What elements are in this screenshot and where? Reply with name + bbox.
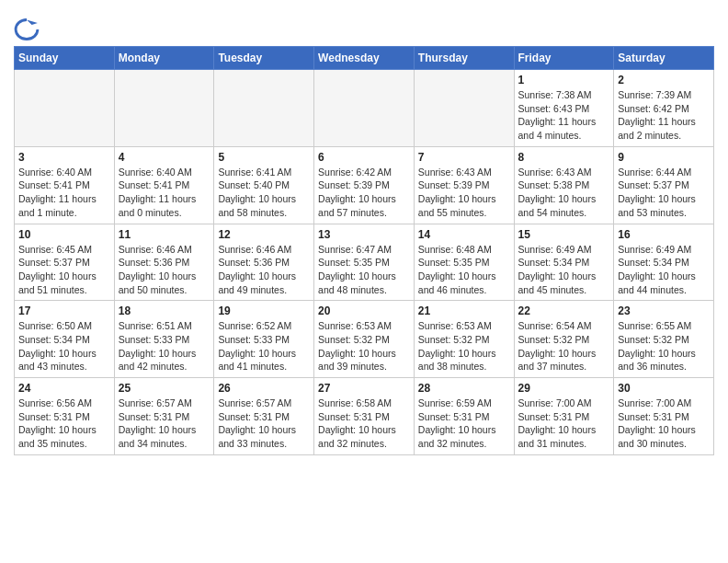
day-info: Sunrise: 6:59 AM Sunset: 5:31 PM Dayligh…	[418, 396, 510, 451]
logo-icon	[14, 17, 40, 42]
day-info: Sunrise: 6:53 AM Sunset: 5:32 PM Dayligh…	[418, 319, 510, 373]
day-info: Sunrise: 6:45 AM Sunset: 5:37 PM Dayligh…	[18, 243, 110, 297]
day-cell: 17Sunrise: 6:50 AM Sunset: 5:34 PM Dayli…	[15, 301, 115, 378]
day-number: 1	[518, 74, 610, 86]
day-cell: 18Sunrise: 6:51 AM Sunset: 5:33 PM Dayli…	[114, 301, 214, 378]
day-number: 24	[18, 382, 110, 395]
day-info: Sunrise: 7:39 AM Sunset: 6:42 PM Dayligh…	[618, 88, 710, 143]
day-number: 6	[318, 151, 410, 164]
day-cell: 20Sunrise: 6:53 AM Sunset: 5:32 PM Dayli…	[314, 301, 415, 378]
day-number: 14	[418, 228, 510, 241]
day-number: 10	[18, 228, 110, 241]
day-cell: 6Sunrise: 6:42 AM Sunset: 5:39 PM Daylig…	[314, 146, 415, 224]
day-cell: 7Sunrise: 6:43 AM Sunset: 5:39 PM Daylig…	[414, 146, 514, 224]
day-header-friday: Friday	[514, 47, 614, 70]
day-info: Sunrise: 6:42 AM Sunset: 5:39 PM Dayligh…	[318, 166, 410, 220]
day-cell: 5Sunrise: 6:41 AM Sunset: 5:40 PM Daylig…	[214, 146, 314, 224]
day-info: Sunrise: 6:41 AM Sunset: 5:40 PM Dayligh…	[218, 166, 310, 220]
day-info: Sunrise: 6:44 AM Sunset: 5:37 PM Dayligh…	[618, 166, 710, 220]
day-cell: 3Sunrise: 6:40 AM Sunset: 5:41 PM Daylig…	[15, 146, 115, 224]
day-number: 17	[18, 304, 110, 317]
day-number: 21	[418, 304, 510, 317]
day-info: Sunrise: 7:38 AM Sunset: 6:43 PM Dayligh…	[518, 88, 610, 143]
day-cell	[114, 70, 214, 147]
day-number: 29	[518, 382, 610, 395]
day-info: Sunrise: 6:57 AM Sunset: 5:31 PM Dayligh…	[119, 396, 210, 451]
day-number: 9	[618, 151, 710, 164]
day-number: 8	[518, 151, 610, 164]
day-number: 26	[218, 382, 310, 395]
logo-area	[14, 9, 42, 42]
day-number: 18	[119, 304, 210, 317]
day-cell: 27Sunrise: 6:58 AM Sunset: 5:31 PM Dayli…	[314, 378, 415, 455]
day-number: 5	[218, 151, 310, 164]
day-info: Sunrise: 6:53 AM Sunset: 5:32 PM Dayligh…	[318, 319, 410, 373]
day-number: 30	[618, 382, 710, 395]
day-cell: 23Sunrise: 6:55 AM Sunset: 5:32 PM Dayli…	[614, 301, 714, 378]
week-row-3: 10Sunrise: 6:45 AM Sunset: 5:37 PM Dayli…	[15, 224, 714, 301]
day-info: Sunrise: 6:46 AM Sunset: 5:36 PM Dayligh…	[218, 243, 310, 297]
header	[14, 9, 714, 42]
day-header-tuesday: Tuesday	[214, 47, 314, 70]
day-info: Sunrise: 6:43 AM Sunset: 5:38 PM Dayligh…	[518, 166, 610, 220]
day-number: 22	[518, 304, 610, 317]
day-number: 13	[318, 228, 410, 241]
day-number: 7	[418, 151, 510, 164]
day-info: Sunrise: 6:47 AM Sunset: 5:35 PM Dayligh…	[318, 243, 410, 297]
day-cell: 11Sunrise: 6:46 AM Sunset: 5:36 PM Dayli…	[114, 224, 214, 301]
day-info: Sunrise: 6:40 AM Sunset: 5:41 PM Dayligh…	[119, 166, 210, 220]
day-info: Sunrise: 6:58 AM Sunset: 5:31 PM Dayligh…	[318, 396, 410, 451]
day-cell	[214, 70, 314, 147]
day-info: Sunrise: 6:49 AM Sunset: 5:34 PM Dayligh…	[618, 243, 710, 297]
day-number: 15	[518, 228, 610, 241]
day-info: Sunrise: 6:50 AM Sunset: 5:34 PM Dayligh…	[18, 319, 110, 373]
day-number: 19	[218, 304, 310, 317]
day-number: 4	[119, 151, 210, 164]
day-cell	[414, 70, 514, 147]
day-cell: 10Sunrise: 6:45 AM Sunset: 5:37 PM Dayli…	[15, 224, 115, 301]
day-cell: 22Sunrise: 6:54 AM Sunset: 5:32 PM Dayli…	[514, 301, 614, 378]
day-number: 28	[418, 382, 510, 395]
day-cell: 25Sunrise: 6:57 AM Sunset: 5:31 PM Dayli…	[114, 378, 214, 455]
week-row-5: 24Sunrise: 6:56 AM Sunset: 5:31 PM Dayli…	[15, 378, 714, 455]
day-cell: 14Sunrise: 6:48 AM Sunset: 5:35 PM Dayli…	[414, 224, 514, 301]
day-cell	[15, 70, 115, 147]
day-cell: 21Sunrise: 6:53 AM Sunset: 5:32 PM Dayli…	[414, 301, 514, 378]
day-cell: 15Sunrise: 6:49 AM Sunset: 5:34 PM Dayli…	[514, 224, 614, 301]
day-header-wednesday: Wednesday	[314, 47, 415, 70]
day-number: 20	[318, 304, 410, 317]
day-info: Sunrise: 7:00 AM Sunset: 5:31 PM Dayligh…	[518, 396, 610, 451]
day-header-monday: Monday	[114, 47, 214, 70]
header-row: SundayMondayTuesdayWednesdayThursdayFrid…	[15, 47, 714, 70]
day-header-saturday: Saturday	[614, 47, 714, 70]
day-cell: 30Sunrise: 7:00 AM Sunset: 5:31 PM Dayli…	[614, 378, 714, 455]
day-number: 25	[119, 382, 210, 395]
week-row-4: 17Sunrise: 6:50 AM Sunset: 5:34 PM Dayli…	[15, 301, 714, 378]
day-cell: 9Sunrise: 6:44 AM Sunset: 5:37 PM Daylig…	[614, 146, 714, 224]
week-row-1: 1Sunrise: 7:38 AM Sunset: 6:43 PM Daylig…	[15, 70, 714, 147]
day-cell: 4Sunrise: 6:40 AM Sunset: 5:41 PM Daylig…	[114, 146, 214, 224]
day-number: 2	[618, 74, 710, 86]
day-info: Sunrise: 6:57 AM Sunset: 5:31 PM Dayligh…	[218, 396, 310, 451]
calendar-table: SundayMondayTuesdayWednesdayThursdayFrid…	[14, 46, 714, 455]
day-info: Sunrise: 6:55 AM Sunset: 5:32 PM Dayligh…	[618, 319, 710, 373]
day-number: 16	[618, 228, 710, 241]
week-row-2: 3Sunrise: 6:40 AM Sunset: 5:41 PM Daylig…	[15, 146, 714, 224]
day-cell: 16Sunrise: 6:49 AM Sunset: 5:34 PM Dayli…	[614, 224, 714, 301]
day-number: 12	[218, 228, 310, 241]
day-cell: 8Sunrise: 6:43 AM Sunset: 5:38 PM Daylig…	[514, 146, 614, 224]
day-info: Sunrise: 6:56 AM Sunset: 5:31 PM Dayligh…	[18, 396, 110, 451]
day-header-sunday: Sunday	[15, 47, 115, 70]
day-info: Sunrise: 6:48 AM Sunset: 5:35 PM Dayligh…	[418, 243, 510, 297]
day-cell: 13Sunrise: 6:47 AM Sunset: 5:35 PM Dayli…	[314, 224, 415, 301]
day-header-thursday: Thursday	[414, 47, 514, 70]
day-number: 23	[618, 304, 710, 317]
day-cell: 2Sunrise: 7:39 AM Sunset: 6:42 PM Daylig…	[614, 70, 714, 147]
day-info: Sunrise: 6:46 AM Sunset: 5:36 PM Dayligh…	[119, 243, 210, 297]
day-cell: 24Sunrise: 6:56 AM Sunset: 5:31 PM Dayli…	[15, 378, 115, 455]
day-cell: 12Sunrise: 6:46 AM Sunset: 5:36 PM Dayli…	[214, 224, 314, 301]
day-cell: 19Sunrise: 6:52 AM Sunset: 5:33 PM Dayli…	[214, 301, 314, 378]
day-number: 3	[18, 151, 110, 164]
day-cell: 29Sunrise: 7:00 AM Sunset: 5:31 PM Dayli…	[514, 378, 614, 455]
day-info: Sunrise: 6:43 AM Sunset: 5:39 PM Dayligh…	[418, 166, 510, 220]
